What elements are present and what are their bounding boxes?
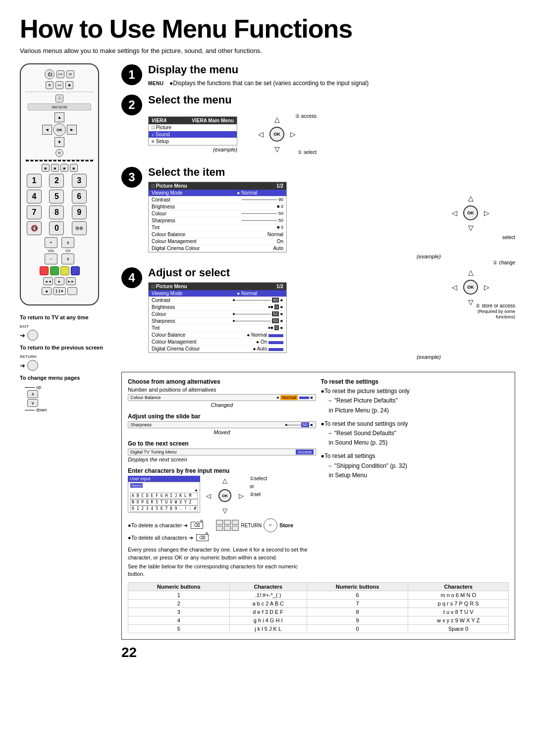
ch-down[interactable]: ∨ [61,253,74,264]
select-label-free: ①select [250,476,267,481]
free-input-title: Enter characters by free input menu [128,467,316,474]
example-3: (example) [148,253,441,259]
btn-4[interactable]: 4 [27,190,42,203]
ch-down-hint[interactable]: ∨ [27,399,38,407]
func-btn1[interactable]: ▣ [42,164,50,172]
dpad-down[interactable]: ▼ [54,137,64,147]
btn-1[interactable]: 1 [27,174,42,188]
step-1-desc: ●Displays the functions that can be set … [169,80,369,87]
ok-up-3[interactable]: △ [468,194,474,202]
return-button-icon[interactable] [27,360,38,371]
ok-left-free[interactable]: ◁ [206,492,211,500]
btn-5[interactable]: 5 [49,190,64,203]
color-btn-yellow[interactable] [60,266,69,275]
menu-2-box: VIERA VIERA Main Menu □ Picture ♪ Sound … [148,116,237,146]
color-btn-red[interactable] [40,266,49,275]
aspect-btn[interactable]: 00 [66,70,74,78]
ch-up-hint[interactable]: ∧ [27,390,38,398]
vol-down[interactable]: − [45,253,57,264]
exit-arrow: ➔ [20,332,25,339]
choose-item: Colour Balance [130,395,161,400]
btn-0[interactable]: 0 [49,221,64,235]
ok-down-4[interactable]: ▽ [468,298,474,306]
ok-down-free[interactable]: ▽ [222,507,227,514]
btn-7[interactable]: 7 [27,205,42,219]
btn-9[interactable]: 9 [72,205,87,219]
color-btn-blue[interactable] [71,266,80,275]
choose-value: Normal [280,395,298,400]
ok-right-4[interactable]: ▷ [484,283,489,291]
ff-btn[interactable]: ►► [66,277,76,285]
ok-left-4[interactable]: ◁ [452,283,457,291]
exit-button-icon[interactable] [27,330,38,341]
return-btn[interactable]: ↩ [264,518,277,532]
ok-button[interactable]: OK [53,123,66,136]
color-btn-green[interactable] [50,266,59,275]
play-btn[interactable]: ► [54,277,64,285]
dpad-right[interactable]: ► [67,125,77,135]
slide-value: 50 [301,422,309,427]
ok-btn-2[interactable]: OK [269,127,284,142]
btn-mute[interactable]: 🔇 [27,221,42,235]
blank-btn[interactable] [67,287,77,295]
bottom-right: To reset the settings ●To reset the pict… [321,378,509,578]
ok-down-3[interactable]: ▽ [468,224,474,232]
ok-right-3[interactable]: ▷ [484,209,489,217]
ok-down-2[interactable]: ▽ [274,145,280,153]
reset-picture-where: in Picture Menu (p. 24) [329,406,509,415]
hint-change-pages-text: To change menu pages [20,375,80,381]
misc-circle1[interactable]: ⊖ [55,149,63,157]
ok-up-4[interactable]: △ [468,268,474,276]
dpad-up[interactable]: ▲ [54,112,64,122]
ok-btn-3[interactable]: OK [463,205,478,220]
sq2[interactable] [224,520,231,525]
ok-up-2[interactable]: △ [274,115,280,123]
func-btn3[interactable]: ▣ [60,164,68,172]
access-label: ② access [295,113,317,119]
btn-6[interactable]: 6 [72,190,87,203]
sq4[interactable] [216,526,223,531]
btn-8[interactable]: 8 [49,205,64,219]
menu3-colour-balance: Colour BalanceNormal [149,231,286,238]
ch-up[interactable]: ∧ [61,237,74,248]
btn-2[interactable]: 2 [49,174,64,188]
sq6[interactable] [232,526,239,531]
misc-btn3[interactable]: ◉ [65,81,73,89]
step-1-number: 1 [121,64,142,85]
step-4-number: 4 [121,267,142,288]
slide-box: Sharpness ●———50◄ [128,421,316,428]
menu3-colour-mgmt: Colour ManagementOn [149,238,286,245]
num-display-btn[interactable]: 0:0 [56,70,64,78]
menu4-brightness: Brightness●■ 0◄ [149,304,286,311]
ok-btn-free[interactable]: OK [218,489,231,502]
ok-btn-4[interactable]: OK [463,280,478,295]
next-screen-section: Go to the next screen Digital TV Tuning … [128,440,316,462]
ok-right-2[interactable]: ▷ [290,130,296,138]
power-button[interactable]: ⏻ [45,69,54,79]
ok-left-3[interactable]: ◁ [452,209,457,217]
btn-3[interactable]: 3 [72,174,87,188]
sq5[interactable] [224,526,231,531]
vol-up[interactable]: + [45,237,57,248]
hint-return-prev-text: To return to the previous screen [20,345,103,351]
ok-right-free[interactable]: ▷ [239,492,244,500]
stop-btn[interactable]: ■ [42,287,52,295]
table-row: 3d e f 3 D E F8t u v 8 T U V [128,607,509,616]
btn-tele[interactable]: ⊙⊙ [72,221,87,235]
misc-btn1[interactable]: ⊕ [46,81,54,89]
info-btn[interactable]: ⓘ [55,95,63,102]
func-btn4[interactable]: ▣ [70,164,78,172]
sq3[interactable] [232,520,239,525]
ok-left-2[interactable]: ◁ [258,130,264,138]
delete-char-btn[interactable]: ⌫ [191,522,203,529]
sq1[interactable] [216,520,223,525]
hint-return-prev: To return to the previous screen [20,345,119,351]
delete-all-btn[interactable]: ⌫ [196,534,209,541]
dpad-left[interactable]: ◄ [42,125,52,135]
rewind-btn[interactable]: ◄◄ [43,277,53,285]
pause-btn[interactable]: ❙❙► [53,287,66,295]
misc-btn2[interactable]: 1/1 [55,81,63,89]
func-btn2[interactable]: ▣ [51,164,59,172]
ok-up-free[interactable]: △ [222,477,227,484]
slide-title: Adjust using the slide bar [128,413,316,420]
